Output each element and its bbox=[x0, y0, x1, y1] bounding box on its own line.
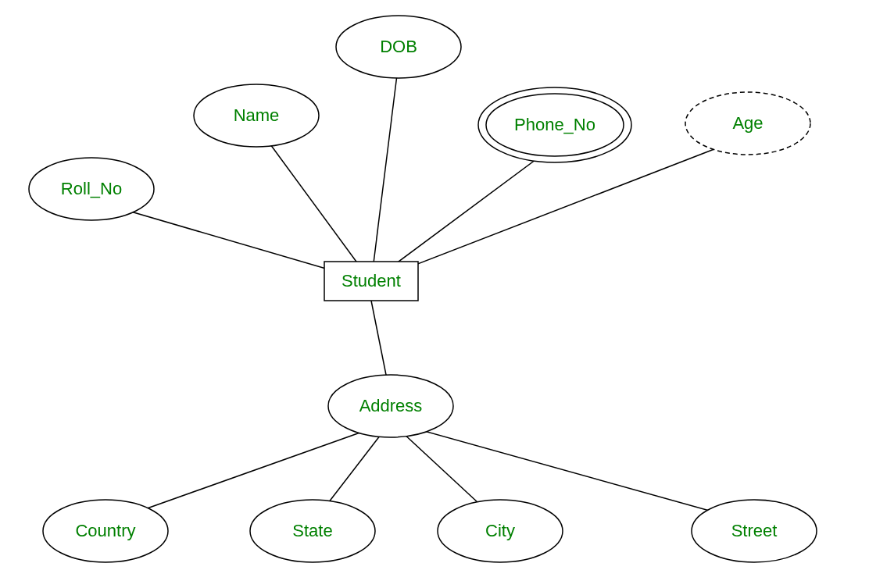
rollno-label: Roll_No bbox=[61, 179, 122, 199]
line-student-name bbox=[262, 133, 371, 282]
name-label: Name bbox=[234, 105, 280, 126]
address-label: Address bbox=[359, 396, 423, 416]
country-label: Country bbox=[75, 521, 135, 541]
age-label: Age bbox=[732, 113, 763, 134]
state-label: State bbox=[292, 521, 332, 541]
city-label: City bbox=[485, 521, 515, 541]
er-diagram-svg bbox=[0, 0, 869, 588]
street-label: Street bbox=[731, 521, 778, 541]
line-student-dob bbox=[371, 62, 399, 282]
dob-label: DOB bbox=[380, 37, 417, 57]
student-label: Student bbox=[342, 271, 401, 291]
phoneno-label: Phone_No bbox=[514, 115, 595, 135]
